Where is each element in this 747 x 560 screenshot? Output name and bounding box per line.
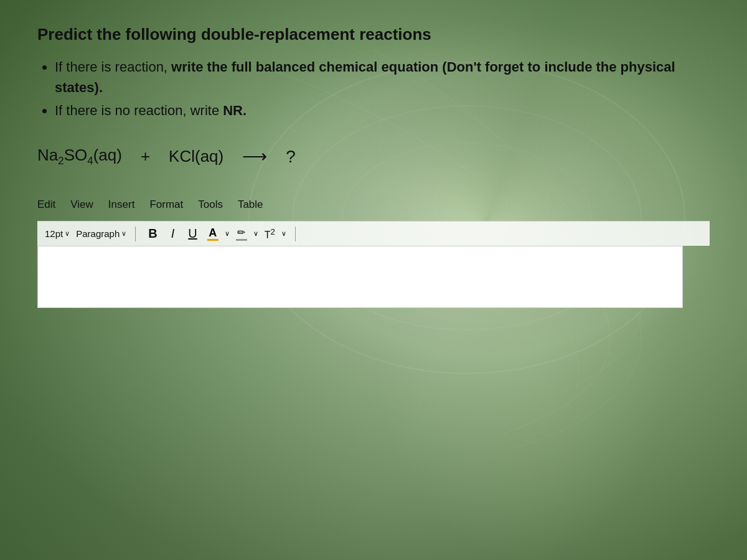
underline-button[interactable]: U <box>184 225 200 242</box>
list-item: If there is reaction, write the full bal… <box>55 57 710 98</box>
font-size-value: 12pt <box>45 228 63 239</box>
menu-insert[interactable]: Insert <box>108 198 135 211</box>
font-color-chevron[interactable]: ∨ <box>225 230 230 238</box>
font-size-chevron: ∨ <box>65 230 70 238</box>
product: ? <box>286 147 296 167</box>
paragraph-chevron: ∨ <box>121 230 126 238</box>
reaction-arrow: ⟶ <box>242 146 267 167</box>
superscript-chevron[interactable]: ∨ <box>281 230 286 238</box>
menu-format[interactable]: Format <box>149 198 183 211</box>
menu-bar: Edit View Insert Format Tools Table <box>37 198 710 211</box>
highlight-indicator <box>236 239 247 241</box>
page-title: Predict the following double-replacement… <box>37 25 710 44</box>
paragraph-dropdown[interactable]: Paragraph ∨ <box>76 228 126 239</box>
font-color-button[interactable]: A <box>207 227 218 241</box>
plus-sign: + <box>141 147 150 166</box>
reactant1: Na2SO4(aq) <box>37 146 122 167</box>
superscript-button[interactable]: T2 <box>265 227 275 241</box>
font-color-label: A <box>209 227 217 238</box>
editor-area[interactable] <box>37 246 683 308</box>
reaction-equation: Na2SO4(aq) + KCl(aq) ⟶ ? <box>37 146 710 167</box>
menu-table[interactable]: Table <box>238 198 263 211</box>
reactant2: KCl(aq) <box>169 147 223 166</box>
italic-button[interactable]: I <box>167 225 179 242</box>
formatting-toolbar: 12pt ∨ Paragraph ∨ B I U A ∨ ✏ ∨ T2 ∨ <box>37 221 710 246</box>
bold-button[interactable]: B <box>144 225 161 242</box>
paragraph-label: Paragraph <box>76 228 120 239</box>
separator-1 <box>135 226 136 241</box>
list-item: If there is no reaction, write NR. <box>55 100 710 121</box>
menu-view[interactable]: View <box>70 198 93 211</box>
menu-edit[interactable]: Edit <box>37 198 55 211</box>
menu-tools[interactable]: Tools <box>198 198 223 211</box>
highlight-icon: ✏ <box>237 226 245 238</box>
font-color-indicator <box>207 239 218 241</box>
highlight-chevron[interactable]: ∨ <box>253 230 258 238</box>
highlight-button[interactable]: ✏ <box>236 226 247 241</box>
font-size-dropdown[interactable]: 12pt ∨ <box>45 228 70 239</box>
instructions-list: If there is reaction, write the full bal… <box>37 57 710 121</box>
separator-2 <box>295 226 296 241</box>
